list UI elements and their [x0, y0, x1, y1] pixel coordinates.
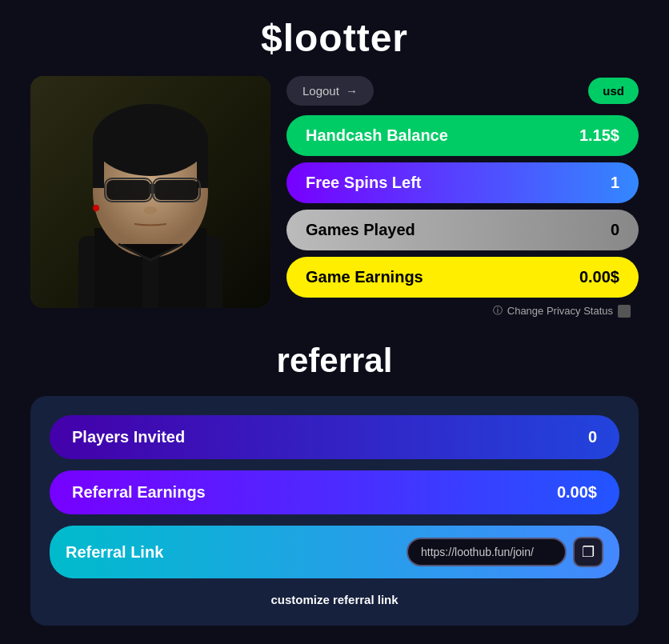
players-invited-row: Players Invited 0 — [50, 415, 619, 459]
svg-rect-11 — [154, 180, 198, 200]
svg-rect-10 — [106, 180, 150, 200]
referral-link-input-wrap: ❐ — [186, 537, 603, 567]
referral-link-label: Referral Link — [66, 543, 186, 562]
referral-earnings-row: Referral Earnings 0.00$ — [50, 470, 619, 514]
logout-button[interactable]: Logout → — [286, 76, 374, 106]
question-icon: ⓘ — [493, 304, 503, 318]
svg-rect-8 — [93, 140, 104, 188]
games-label: Games Played — [306, 221, 415, 239]
handcash-balance-row: Handcash Balance 1.15$ — [286, 115, 639, 156]
referral-card: Players Invited 0 Referral Earnings 0.00… — [30, 396, 639, 626]
privacy-label: Change Privacy Status — [507, 305, 613, 317]
referral-title: referral — [277, 342, 393, 380]
free-spins-row: Free Spins Left 1 — [286, 162, 639, 203]
usd-badge: usd — [588, 78, 639, 104]
referral-earnings-label: Referral Earnings — [72, 483, 206, 502]
referral-section: referral Players Invited 0 Referral Earn… — [30, 342, 639, 626]
freespins-label: Free Spins Left — [306, 174, 421, 192]
logout-icon: → — [346, 84, 358, 98]
avatar — [30, 76, 270, 308]
profile-section: Logout → usd Handcash Balance 1.15$ Free… — [30, 76, 639, 318]
customize-link[interactable]: customize referral link — [50, 593, 619, 606]
games-value: 0 — [611, 221, 619, 239]
privacy-toggle[interactable] — [618, 305, 631, 318]
earnings-value: 0.00$ — [579, 268, 619, 286]
freespins-value: 1 — [611, 174, 619, 192]
earnings-label: Game Earnings — [306, 268, 423, 286]
svg-point-16 — [144, 206, 157, 214]
players-invited-value: 0 — [588, 428, 597, 446]
players-invited-label: Players Invited — [72, 428, 185, 446]
handcash-value: 1.15$ — [579, 126, 619, 145]
copy-icon: ❐ — [582, 543, 595, 561]
logout-label: Logout — [302, 84, 339, 98]
logout-row: Logout → usd — [286, 76, 639, 106]
stats-panel: Logout → usd Handcash Balance 1.15$ Free… — [286, 76, 639, 318]
svg-point-7 — [93, 104, 208, 176]
svg-point-15 — [93, 205, 99, 211]
handcash-label: Handcash Balance — [306, 126, 448, 145]
games-played-row: Games Played 0 — [286, 210, 639, 250]
referral-earnings-value: 0.00$ — [557, 483, 597, 502]
privacy-row: ⓘ Change Privacy Status — [286, 304, 639, 318]
copy-button[interactable]: ❐ — [573, 537, 603, 567]
referral-link-row: Referral Link ❐ — [50, 526, 619, 578]
game-earnings-row: Game Earnings 0.00$ — [286, 257, 639, 298]
app-title: $lootter — [261, 16, 408, 60]
referral-link-input[interactable] — [407, 538, 567, 566]
